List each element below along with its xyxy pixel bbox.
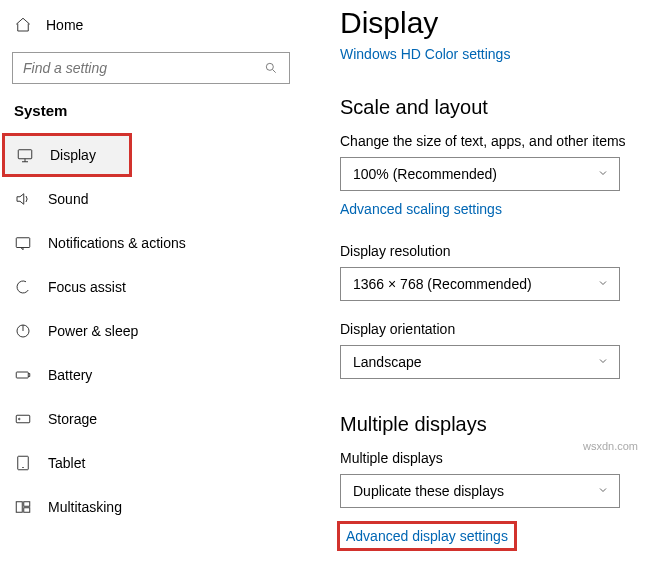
notifications-icon [14,234,32,252]
svg-rect-10 [24,508,30,513]
svg-rect-4 [16,372,28,378]
watermark: wsxdn.com [583,440,638,452]
sidebar-item-label: Multitasking [48,499,122,515]
dropdown-value: Landscape [353,354,422,370]
home-label: Home [46,17,83,33]
sidebar-item-display[interactable]: Display [2,133,132,177]
dropdown-value: Duplicate these displays [353,483,504,499]
search-icon [262,59,280,77]
storage-icon [14,410,32,428]
scale-heading: Scale and layout [340,96,634,119]
sidebar-item-notifications[interactable]: Notifications & actions [0,221,302,265]
multiple-displays-label: Multiple displays [340,450,634,466]
page-title: Display [340,6,634,40]
sidebar-item-label: Focus assist [48,279,126,295]
svg-point-0 [266,63,273,70]
sidebar-item-power-sleep[interactable]: Power & sleep [0,309,302,353]
section-label: System [0,102,302,133]
sidebar-item-label: Notifications & actions [48,235,186,251]
chevron-down-icon [597,276,609,292]
power-icon [14,322,32,340]
sidebar-item-focus-assist[interactable]: Focus assist [0,265,302,309]
hd-color-link[interactable]: Windows HD Color settings [340,46,634,62]
svg-rect-2 [16,238,30,248]
svg-rect-9 [24,502,30,507]
text-size-label: Change the size of text, apps, and other… [340,133,634,149]
home-icon [14,16,32,34]
sidebar: Home System Display Sound Notifications … [0,0,302,572]
orientation-label: Display orientation [340,321,634,337]
sidebar-item-battery[interactable]: Battery [0,353,302,397]
sidebar-item-label: Storage [48,411,97,427]
resolution-dropdown[interactable]: 1366 × 768 (Recommended) [340,267,620,301]
main-panel: Display Windows HD Color settings Scale … [302,0,646,572]
chevron-down-icon [597,354,609,370]
sidebar-item-label: Battery [48,367,92,383]
text-size-dropdown[interactable]: 100% (Recommended) [340,157,620,191]
multitasking-icon [14,498,32,516]
svg-rect-8 [16,502,22,513]
multiple-displays-dropdown[interactable]: Duplicate these displays [340,474,620,508]
multiple-displays-heading: Multiple displays [340,413,634,436]
home-nav[interactable]: Home [0,8,302,42]
search-wrap [12,52,290,84]
sound-icon [14,190,32,208]
dropdown-value: 1366 × 768 (Recommended) [353,276,532,292]
advanced-scaling-link[interactable]: Advanced scaling settings [340,201,634,217]
sidebar-item-sound[interactable]: Sound [0,177,302,221]
sidebar-item-multitasking[interactable]: Multitasking [0,485,302,529]
focus-assist-icon [14,278,32,296]
display-icon [16,146,34,164]
sidebar-item-label: Power & sleep [48,323,138,339]
sidebar-item-label: Display [50,147,96,163]
resolution-label: Display resolution [340,243,634,259]
sidebar-item-tablet[interactable]: Tablet [0,441,302,485]
sidebar-item-label: Tablet [48,455,85,471]
chevron-down-icon [597,483,609,499]
tablet-icon [14,454,32,472]
battery-icon [14,366,32,384]
sidebar-item-label: Sound [48,191,88,207]
svg-rect-1 [18,150,32,159]
chevron-down-icon [597,166,609,182]
dropdown-value: 100% (Recommended) [353,166,497,182]
sidebar-item-storage[interactable]: Storage [0,397,302,441]
advanced-display-link[interactable]: Advanced display settings [340,524,514,548]
svg-point-6 [19,418,21,420]
search-input[interactable] [12,52,290,84]
orientation-dropdown[interactable]: Landscape [340,345,620,379]
